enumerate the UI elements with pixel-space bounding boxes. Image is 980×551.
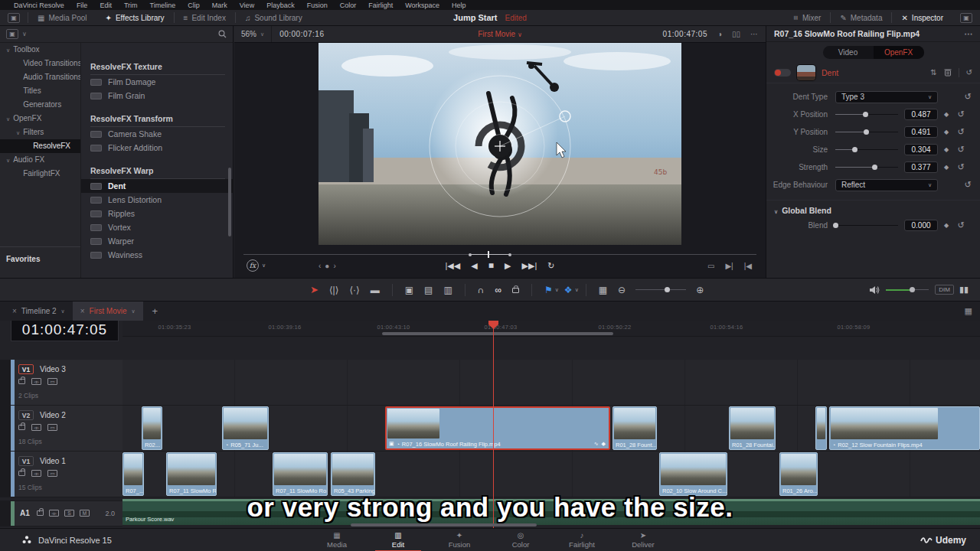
close-icon[interactable]: ×: [12, 307, 17, 315]
reset-icon[interactable]: ↺: [955, 109, 967, 119]
add-timeline-button[interactable]: +: [143, 305, 168, 317]
menu-item[interactable]: Workspace: [399, 2, 446, 9]
control-slider[interactable]: [835, 223, 898, 228]
timeline-clip[interactable]: ▣◔R02...∿ ◆: [142, 406, 162, 450]
zoom-out-icon[interactable]: ⊖: [612, 285, 631, 295]
effect-item[interactable]: Flicker Addition: [81, 141, 233, 155]
effect-item[interactable]: Dent: [81, 179, 233, 193]
page-button[interactable]: ◎Color: [490, 529, 551, 551]
chevron-down-icon[interactable]: ∨: [22, 31, 27, 37]
reset-icon[interactable]: ↺: [955, 145, 967, 155]
menu-item[interactable]: Playback: [260, 2, 301, 9]
record-icon[interactable]: ●: [325, 262, 329, 270]
snapping-icon[interactable]: ∩: [472, 285, 490, 295]
keyframe-icon[interactable]: ◆: [938, 222, 955, 229]
insert-clip-icon[interactable]: ▣: [400, 285, 419, 295]
enable-track-icon[interactable]: ▭: [47, 470, 57, 477]
timeline-options-icon[interactable]: ▦: [965, 306, 972, 316]
color-page-icon[interactable]: ◑: [717, 30, 722, 38]
zoom-in-icon[interactable]: ⊕: [691, 285, 709, 295]
play-reverse-button[interactable]: ◀: [471, 261, 477, 271]
position-lock-icon[interactable]: [507, 285, 524, 295]
control-slider[interactable]: [835, 129, 898, 135]
first-frame-button[interactable]: |◀◀: [446, 261, 461, 271]
page-button[interactable]: ▦Media: [306, 529, 368, 551]
match-frame-icon[interactable]: ▭: [707, 262, 714, 270]
reset-icon[interactable]: ↺: [962, 92, 974, 102]
control-slider[interactable]: [835, 147, 898, 152]
reset-icon[interactable]: ↺: [955, 162, 967, 172]
lane-video2[interactable]: ▣◔R02...∿ ◆ ▣◔R05_71 Ju...∿ ◆ ▣◔R07_16 S…: [122, 406, 980, 452]
page-button[interactable]: ▥Edit: [368, 529, 429, 551]
prev-edit-icon[interactable]: |◀: [744, 262, 752, 270]
effect-enable-toggle[interactable]: [774, 69, 791, 77]
menu-item[interactable]: Color: [334, 2, 363, 9]
next-marker-icon[interactable]: ›: [333, 262, 335, 270]
sidebar-item[interactable]: ∨FairlightFX: [0, 167, 80, 181]
mixer-button[interactable]: ≡Mixer: [785, 10, 830, 25]
selection-mode-icon[interactable]: ➤: [305, 284, 324, 295]
menu-item[interactable]: File: [70, 2, 94, 9]
reset-icon[interactable]: ↺: [955, 220, 967, 230]
sidebar-item[interactable]: ∨Titles: [0, 84, 80, 98]
favorites-section[interactable]: Favorites: [0, 246, 80, 263]
dual-viewer-icon[interactable]: ▯▯: [732, 30, 740, 38]
timeline-tab[interactable]: ×Timeline 2∨: [5, 302, 73, 321]
edit-index-button[interactable]: ≡Edit Index: [175, 10, 235, 25]
sidebar-item[interactable]: ∨Filters: [0, 126, 80, 139]
menu-item[interactable]: Help: [446, 2, 472, 9]
tab-openfx[interactable]: OpenFX: [874, 46, 924, 59]
more-options-icon[interactable]: ⋯: [750, 30, 758, 38]
metadata-button[interactable]: ✎Metadata: [831, 10, 891, 25]
menu-item[interactable]: Clip: [181, 2, 206, 9]
control-dropdown[interactable]: Reflect∨: [835, 179, 938, 191]
timeline-clip[interactable]: ▣◔R07_...∿ ◆: [122, 452, 144, 496]
more-options-icon[interactable]: ⋯: [965, 29, 973, 38]
timeline-clip[interactable]: ▣◔R02_12 Slow Fountain Flips.mp4∿ ◆: [829, 406, 980, 450]
page-button[interactable]: ♪Fairlight: [551, 529, 612, 551]
linked-selection-icon[interactable]: ∞: [489, 285, 507, 295]
timeline-clip[interactable]: ▣◔∿ ◆: [815, 406, 827, 450]
timeline-clip[interactable]: ▣◔R05_43 Parking ...∿ ◆: [331, 452, 375, 496]
next-edit-icon[interactable]: ▶|: [725, 262, 733, 270]
timeline-clip[interactable]: ▣◔R07_11 SlowMo R...∿ ◆: [166, 452, 217, 496]
chevron-down-icon[interactable]: ∨: [131, 308, 135, 315]
track-header[interactable]: V1 Video 1 ◃▹ ▭ 15 Clips: [0, 452, 122, 497]
trim-edit-mode-icon[interactable]: ⟨|⟩: [324, 285, 344, 295]
sound-library-button[interactable]: ♫Sound Library: [236, 10, 312, 25]
menu-item[interactable]: Fairlight: [362, 2, 399, 9]
media-pool-button[interactable]: ▦Media Pool: [28, 10, 96, 25]
reset-icon[interactable]: ↺: [962, 180, 974, 190]
timeline-view-options-icon[interactable]: ▦: [593, 285, 612, 295]
overwrite-clip-icon[interactable]: ▤: [419, 285, 438, 295]
panel-mode-icon[interactable]: ▣: [6, 29, 18, 39]
reset-icon[interactable]: ↺: [955, 127, 967, 137]
track-header[interactable]: V1 Video 3 ◃▹ ▭ 2 Clips: [0, 360, 122, 406]
sidebar-item[interactable]: ∨Generators: [0, 98, 80, 112]
keyframe-icon[interactable]: ◆: [938, 111, 955, 118]
lane-video1[interactable]: ▣◔R07_...∿ ◆ ▣◔R07_11 SlowMo R...∿ ◆ ▣◔R…: [122, 452, 980, 497]
lock-icon[interactable]: [18, 471, 25, 476]
page-button[interactable]: ➤Deliver: [612, 529, 674, 551]
menu-item[interactable]: Edit: [93, 2, 118, 9]
dim-button[interactable]: DIM: [935, 285, 954, 295]
effect-item[interactable]: Vortex: [81, 220, 233, 234]
effect-item[interactable]: Camera Shake: [81, 127, 233, 141]
lock-icon[interactable]: [18, 425, 25, 430]
stop-button[interactable]: ■: [488, 260, 494, 271]
timeline-clip[interactable]: ▣◔R01_28 Fount...∿ ◆: [612, 406, 657, 450]
close-icon[interactable]: ×: [80, 307, 85, 315]
keyframe-icon[interactable]: ◆: [938, 146, 955, 153]
global-blend-section[interactable]: ∨Global Blend: [766, 200, 980, 217]
timeline-clip[interactable]: ▣◔R01_28 Fountai...∿ ◆: [729, 406, 776, 450]
panel-toggle-icon[interactable]: ▣: [8, 13, 20, 23]
auto-select-icon[interactable]: ◃▹: [31, 470, 41, 477]
effect-item[interactable]: Lens Distortion: [81, 193, 233, 207]
play-button[interactable]: ▶: [505, 261, 511, 271]
track-destination-badge[interactable]: V2: [18, 410, 34, 420]
chevron-down-icon[interactable]: ∨: [61, 308, 65, 315]
effects-library-button[interactable]: ✦Effects Library: [96, 10, 173, 25]
enable-track-icon[interactable]: ▭: [47, 424, 57, 431]
audio-volume-slider[interactable]: [886, 287, 929, 292]
search-icon[interactable]: [218, 30, 227, 38]
